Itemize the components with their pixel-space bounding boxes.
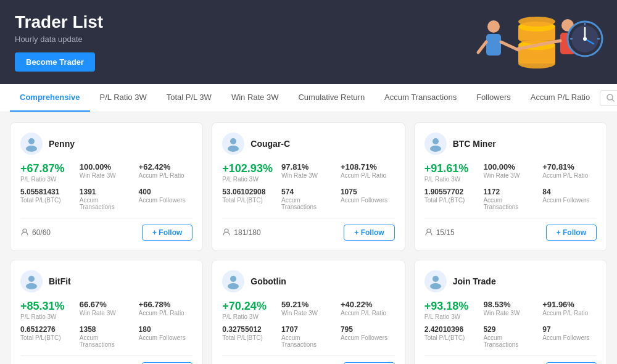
accum-pl-value: +70.81%	[542, 162, 597, 172]
tab-win-rate-3w[interactable]: Win Rate 3W	[222, 84, 289, 112]
win-rate-value: 59.21%	[281, 300, 336, 309]
accum-tx-value: 529	[483, 325, 537, 334]
total-pl-value: 5.05581431	[20, 188, 75, 196]
accum-tx-label: Accum Transactions	[80, 334, 134, 348]
avatar	[222, 270, 244, 292]
accum-followers-block: 97 Accum Followers	[542, 325, 597, 348]
pl-ratio-value: +102.93%	[222, 162, 276, 175]
svg-point-39	[433, 276, 439, 282]
accum-followers-value: 84	[542, 188, 597, 196]
accum-tx-label: Accum Transactions	[483, 197, 537, 210]
search-icon	[607, 94, 615, 102]
pl-ratio-label: P/L Ratio 3W	[222, 176, 276, 183]
tab-comprehensive[interactable]: Comprehensive	[10, 84, 90, 112]
accum-followers-label: Accum Followers	[341, 197, 395, 204]
accum-followers-block: 180 Accum Followers	[139, 325, 193, 348]
accum-pl-label: Accum P/L Ratio	[139, 172, 193, 179]
follow-button[interactable]: + Follow	[142, 225, 193, 241]
trader-name: Join Trade	[453, 276, 496, 286]
trader-name: Gobotlin	[251, 276, 286, 286]
total-pl-label: Total P/L(BTC)	[20, 197, 75, 204]
tab-p/l-ratio-3w[interactable]: P/L Ratio 3W	[90, 84, 157, 112]
total-pl-block: 5.05581431 Total P/L(BTC)	[20, 188, 75, 210]
stats-row-2: 1.90557702 Total P/L(BTC) 1172 Accum Tra…	[424, 188, 597, 210]
follow-button[interactable]: + Follow	[344, 225, 394, 241]
pl-ratio-label: P/L Ratio 3W	[20, 176, 75, 183]
win-rate-value: 66.67%	[80, 300, 134, 309]
trader-name: BTC Miner	[453, 139, 496, 149]
trader-card-6: Join Trade +93.18% P/L Ratio 3W 98.53% W…	[414, 260, 607, 364]
followers-count: 15/15	[436, 228, 455, 237]
stats-row-1: +70.24% P/L Ratio 3W 59.21% Win Rate 3W …	[222, 300, 394, 320]
total-pl-value: 0.32755012	[222, 325, 276, 334]
accum-pl-label: Accum P/L Ratio	[542, 310, 597, 316]
svg-line-9	[478, 42, 486, 52]
accum-pl-label: Accum P/L Ratio	[341, 172, 395, 179]
tab-cumulative-return[interactable]: Cumulative Return	[288, 84, 375, 112]
accum-tx-value: 1358	[80, 325, 134, 334]
svg-point-27	[230, 138, 236, 144]
search-box[interactable]	[600, 90, 617, 106]
svg-point-36	[230, 276, 236, 282]
total-pl-label: Total P/L(BTC)	[222, 334, 276, 341]
pl-ratio-value: +93.18%	[424, 300, 479, 313]
svg-point-34	[26, 283, 37, 289]
stats-row-1: +67.87% P/L Ratio 3W 100.00% Win Rate 3W…	[20, 162, 193, 183]
pl-ratio-block: +85.31% P/L Ratio 3W	[20, 300, 75, 320]
stats-row-2: 0.6512276 Total P/L(BTC) 1358 Accum Tran…	[20, 325, 193, 348]
pl-ratio-value: +91.61%	[424, 162, 479, 175]
stats-row-2: 53.06102908 Total P/L(BTC) 574 Accum Tra…	[222, 188, 394, 210]
svg-point-25	[26, 146, 37, 152]
total-pl-label: Total P/L(BTC)	[222, 197, 276, 204]
avatar	[424, 270, 447, 292]
pl-ratio-block: +93.18% P/L Ratio 3W	[424, 300, 479, 320]
svg-point-28	[228, 146, 239, 152]
card-footer: 10/10 + Follow	[424, 355, 597, 364]
total-pl-value: 1.90557702	[424, 188, 479, 196]
card-header: Join Trade	[424, 270, 597, 292]
pl-ratio-value: +67.87%	[20, 162, 75, 175]
accum-followers-label: Accum Followers	[341, 334, 395, 341]
svg-point-31	[430, 146, 441, 152]
tab-total-p/l-3w[interactable]: Total P/L 3W	[157, 84, 222, 112]
card-footer: 181/180 + Follow	[222, 218, 394, 241]
accum-tx-label: Accum Transactions	[80, 197, 134, 210]
accum-tx-block: 1707 Accum Transactions	[281, 325, 336, 348]
stats-row-2: 5.05581431 Total P/L(BTC) 1391 Accum Tra…	[20, 188, 193, 210]
win-rate-value: 97.81%	[281, 162, 336, 172]
accum-pl-block: +108.71% Accum P/L Ratio	[341, 162, 395, 183]
win-rate-block: 59.21% Win Rate 3W	[281, 300, 336, 320]
accum-followers-label: Accum Followers	[139, 197, 193, 204]
card-footer: 63/70 + Follow	[222, 355, 394, 364]
card-header: Gobotlin	[222, 270, 394, 292]
follow-button[interactable]: + Follow	[546, 225, 597, 241]
svg-point-6	[518, 17, 555, 27]
header-illustration	[420, 0, 605, 84]
pl-ratio-block: +70.24% P/L Ratio 3W	[222, 300, 276, 320]
tab-accum-transactions[interactable]: Accum Transactions	[375, 84, 466, 112]
followers-info: 181/180	[222, 228, 260, 238]
svg-point-37	[228, 283, 239, 289]
page-header: Trader List Hourly data update Become Tr…	[0, 0, 617, 84]
trader-name: BitFit	[49, 276, 71, 286]
accum-followers-value: 1075	[341, 188, 395, 196]
accum-pl-block: +91.96% Accum P/L Ratio	[542, 300, 597, 320]
accum-followers-value: 97	[542, 325, 597, 334]
followers-count: 60/60	[32, 228, 51, 237]
tab-accum-p/l-ratio[interactable]: Accum P/L Ratio	[521, 84, 600, 112]
accum-tx-block: 1391 Accum Transactions	[80, 188, 134, 210]
win-rate-block: 100.00% Win Rate 3W	[80, 162, 134, 183]
become-trader-button[interactable]: Become Trader	[15, 52, 95, 72]
avatar	[222, 133, 244, 155]
total-pl-block: 1.90557702 Total P/L(BTC)	[424, 188, 479, 210]
accum-tx-value: 1707	[281, 325, 336, 334]
accum-tx-value: 1172	[483, 188, 537, 196]
win-rate-value: 100.00%	[80, 162, 134, 172]
stats-row-1: +91.61% P/L Ratio 3W 100.00% Win Rate 3W…	[424, 162, 597, 183]
accum-tx-label: Accum Transactions	[281, 197, 336, 210]
tab-followers[interactable]: Followers	[466, 84, 521, 112]
accum-tx-block: 1358 Accum Transactions	[80, 325, 134, 348]
accum-followers-label: Accum Followers	[139, 334, 193, 341]
pl-ratio-label: P/L Ratio 3W	[20, 313, 75, 320]
pl-ratio-value: +85.31%	[20, 300, 75, 313]
